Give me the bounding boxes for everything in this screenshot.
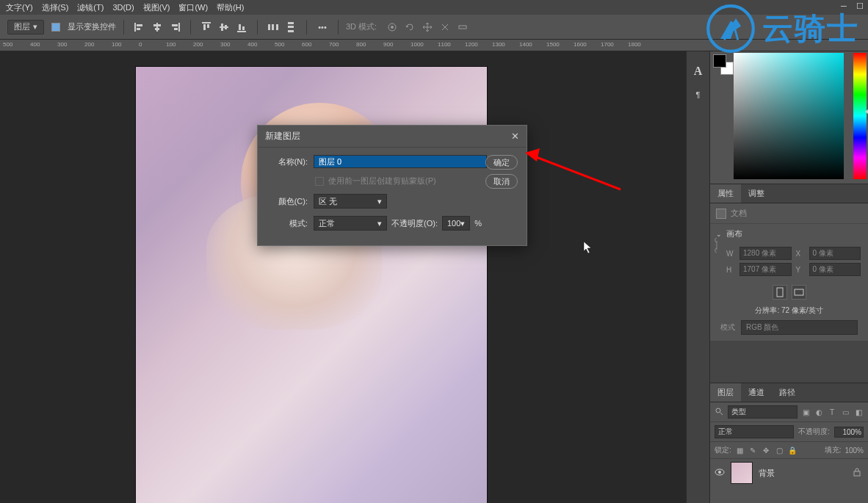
tab-paths[interactable]: 路径 <box>772 383 803 402</box>
maximize-icon[interactable]: ☐ <box>855 1 865 12</box>
panel-filler <box>710 341 868 383</box>
menu-3d[interactable]: 3D(D) <box>112 3 134 12</box>
dialog-titlebar[interactable]: 新建图层 ✕ <box>258 126 527 148</box>
opacity-select[interactable]: 100 ▾ <box>442 216 470 231</box>
lock-pixels-icon[interactable]: ▦ <box>735 446 745 455</box>
x-value[interactable]: 0 像素 <box>809 247 861 260</box>
svg-rect-8 <box>174 28 178 30</box>
ruler-tick: 1000 <box>411 41 424 48</box>
landscape-button[interactable] <box>792 285 806 300</box>
svg-rect-0 <box>134 23 136 32</box>
align-center-v-icon[interactable] <box>216 19 232 35</box>
align-right-icon[interactable] <box>167 19 183 35</box>
scale-icon[interactable] <box>455 19 471 35</box>
svg-rect-20 <box>276 24 278 30</box>
filter-text-icon[interactable]: T <box>827 407 837 417</box>
align-left-icon[interactable] <box>131 19 148 35</box>
y-value[interactable]: 0 像素 <box>809 263 861 276</box>
dialog-title-text: 新建图层 <box>265 130 300 142</box>
svg-rect-17 <box>242 26 245 30</box>
distribute-v-icon[interactable] <box>283 19 299 35</box>
rotate-icon[interactable] <box>402 19 418 35</box>
menu-text[interactable]: 文字(Y) <box>6 2 33 13</box>
layer-filter-type[interactable]: 类型 <box>728 405 798 419</box>
color-select[interactable]: 区 无 ▾ <box>314 194 387 209</box>
opacity-label: 不透明度(O): <box>391 218 438 229</box>
lock-brush-icon[interactable]: ✎ <box>748 446 758 455</box>
fill-value[interactable]: 100% <box>845 446 864 455</box>
ok-button[interactable]: 确定 <box>485 155 518 170</box>
filter-shape-icon[interactable]: ▭ <box>840 407 850 417</box>
link-icon[interactable] <box>713 236 720 256</box>
slide-icon[interactable] <box>437 19 453 35</box>
text-panel-icon[interactable]: A <box>692 65 705 78</box>
chevron-down-icon: ▾ <box>33 22 37 32</box>
tab-channels[interactable]: 通道 <box>741 383 772 402</box>
svg-rect-5 <box>155 28 159 30</box>
h-value[interactable]: 1707 像素 <box>739 263 792 276</box>
transform-checkbox[interactable] <box>51 23 60 32</box>
ruler-tick: 1500 <box>546 41 560 48</box>
fill-label: 填充: <box>825 445 842 455</box>
svg-rect-19 <box>272 24 274 30</box>
distribute-h-icon[interactable] <box>265 19 281 35</box>
tab-adjustments[interactable]: 调整 <box>741 184 772 203</box>
hue-strip[interactable] <box>853 53 867 179</box>
orbit-icon[interactable] <box>384 19 400 35</box>
canvas-section-head[interactable]: ⌄ 画布 <box>710 224 868 244</box>
menu-select[interactable]: 选择(S) <box>42 2 69 13</box>
svg-rect-9 <box>202 22 211 23</box>
ruler-tick: 400 <box>247 41 257 48</box>
svg-rect-15 <box>237 31 246 32</box>
canvas-area[interactable] <box>0 51 686 503</box>
name-input[interactable] <box>314 155 487 168</box>
filter-image-icon[interactable]: ▣ <box>800 407 811 417</box>
orientation-buttons <box>710 285 868 300</box>
lock-position-icon[interactable]: ✥ <box>762 446 771 455</box>
paragraph-panel-icon[interactable]: ¶ <box>692 88 705 101</box>
tab-properties[interactable]: 属性 <box>710 184 741 203</box>
ruler-tick: 900 <box>383 41 393 48</box>
layer-dropdown[interactable]: 图层 ▾ <box>7 20 44 35</box>
more-icon[interactable]: ••• <box>314 19 330 35</box>
ruler-tick: 300 <box>57 41 67 48</box>
fg-bg-swatch[interactable] <box>713 54 734 75</box>
menu-filter[interactable]: 滤镜(T) <box>77 2 104 13</box>
filter-smart-icon[interactable]: ◧ <box>853 407 864 417</box>
portrait-button[interactable] <box>773 285 787 300</box>
mode-label: 模式 <box>720 322 735 333</box>
align-bottom-icon[interactable] <box>234 19 250 35</box>
w-value[interactable]: 1280 像素 <box>739 247 792 260</box>
transform-checkbox-label: 显示变换控件 <box>68 21 116 32</box>
fg-color-swatch[interactable] <box>713 54 726 68</box>
menu-help[interactable]: 帮助(H) <box>217 2 244 13</box>
lock-all-icon[interactable]: 🔒 <box>788 446 798 455</box>
clip-mask-checkbox <box>315 177 324 186</box>
minimize-icon[interactable]: ─ <box>839 1 849 12</box>
pan-icon[interactable] <box>419 19 435 35</box>
align-top-icon[interactable] <box>198 19 214 35</box>
blend-mode-select[interactable]: 正常 <box>715 425 794 438</box>
svg-rect-10 <box>203 24 206 30</box>
blend-mode-select[interactable]: 正常 ▾ <box>314 216 387 231</box>
menu-view[interactable]: 视图(V) <box>143 2 170 13</box>
lock-artboard-icon[interactable]: ▢ <box>775 446 784 455</box>
x-label: X <box>796 250 805 258</box>
new-layer-dialog: 新建图层 ✕ 确定 取消 名称(N): 使用前一图层创建剪贴蒙版(P) 颜色(C… <box>257 125 527 246</box>
doc-row: 文档 <box>710 203 868 224</box>
close-icon[interactable]: ✕ <box>511 131 519 142</box>
threed-group <box>384 19 471 35</box>
filter-adjust-icon[interactable]: ◐ <box>814 407 824 417</box>
layer-dropdown-label: 图层 <box>14 21 30 32</box>
svg-rect-22 <box>288 26 294 28</box>
tab-layers[interactable]: 图层 <box>710 383 741 402</box>
svg-rect-4 <box>153 24 161 26</box>
mode-select[interactable]: RGB 颜色 <box>741 320 858 335</box>
align-center-h-icon[interactable] <box>149 19 165 35</box>
opacity-value[interactable]: 100% <box>834 427 864 438</box>
layer-item[interactable]: 背景 <box>710 459 868 487</box>
color-field[interactable] <box>734 53 844 179</box>
cancel-button[interactable]: 取消 <box>485 174 518 189</box>
menu-window[interactable]: 窗口(W) <box>178 2 208 13</box>
visibility-icon[interactable] <box>715 468 725 477</box>
